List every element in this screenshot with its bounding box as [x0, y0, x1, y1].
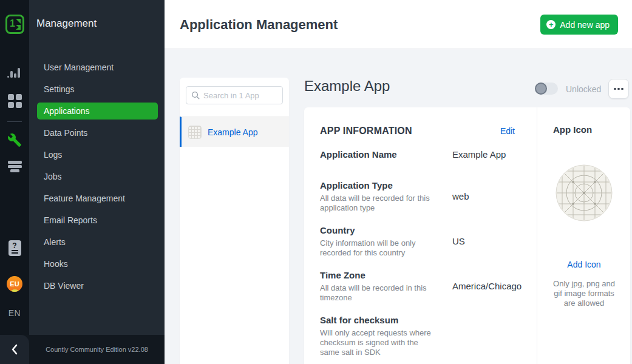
field-salt-for-checksum: Salt for checksum Will only accept reque… — [320, 315, 521, 357]
icon-format-hint: Only jpg, png and gif image formats are … — [550, 279, 618, 308]
sidebar-item-email-reports[interactable]: Email Reports — [29, 209, 165, 231]
app-search-box — [186, 86, 283, 104]
app-information-heading: APP INFORMATION — [320, 126, 412, 136]
field-label: Application Type — [320, 180, 521, 191]
sidebar-item-user-management[interactable]: User Management — [29, 56, 165, 78]
sidebar-item-applications[interactable]: Applications — [37, 103, 158, 120]
field-application-type: Application Type All data will be record… — [320, 180, 521, 213]
toggle-knob — [535, 83, 547, 95]
field-country: Country City information will be only re… — [320, 225, 521, 258]
sidebar-item-logs[interactable]: Logs — [29, 144, 165, 166]
chevron-left-icon — [10, 343, 19, 356]
field-value: US — [452, 236, 465, 246]
sidebar-title: Management — [36, 18, 97, 30]
more-options-icon — [614, 88, 616, 90]
user-avatar[interactable]: EU — [7, 276, 22, 292]
management-wrench-icon[interactable] — [0, 133, 29, 147]
field-label: Time Zone — [320, 270, 521, 281]
field-description: City information will be only recorded f… — [320, 238, 432, 258]
sidebar-item-alerts[interactable]: Alerts — [29, 231, 165, 253]
field-application-name: Application Name Example App — [320, 149, 521, 160]
sidebar-item-hooks[interactable]: Hooks — [29, 253, 165, 275]
app-detail-title: Example App — [304, 78, 390, 95]
sidebar-item-feature-management[interactable]: Feature Management — [29, 187, 165, 209]
edition-version-label: Countly Community Edition v22.08 — [29, 335, 165, 364]
app-list-panel: Example App — [180, 78, 289, 364]
avatar-initials: EU — [10, 280, 19, 288]
page-header: Application Management + Add new app — [165, 0, 632, 49]
app-information-section: APP INFORMATION Edit Application Name Ex… — [304, 107, 537, 364]
field-label: Country — [320, 225, 521, 236]
countly-logo-icon[interactable]: 1 — [5, 15, 24, 34]
field-description: All data will be recorded for this appli… — [320, 194, 432, 213]
data-manager-server-icon[interactable] — [0, 161, 29, 173]
main-content: Application Management + Add new app Exa… — [165, 0, 632, 364]
sidebar-item-data-points[interactable]: Data Points — [29, 122, 165, 144]
page-title: Application Management — [180, 17, 338, 33]
management-sidebar: Management User Management Settings Appl… — [29, 0, 165, 364]
app-list-item-label: Example App — [208, 127, 258, 137]
app-detail-card: APP INFORMATION Edit Application Name Ex… — [304, 107, 630, 364]
rail-divider — [7, 121, 22, 122]
field-description: Will only accept requests where checksum… — [320, 328, 432, 357]
language-selector[interactable]: EN — [0, 308, 29, 318]
add-icon-link[interactable]: Add Icon — [537, 260, 631, 269]
field-value: web — [452, 191, 469, 201]
more-options-button[interactable] — [608, 79, 629, 99]
help-center-icon[interactable]: ? — [0, 240, 29, 256]
field-description: All data will be recorded in this timezo… — [320, 283, 432, 303]
app-placeholder-icon — [188, 126, 202, 139]
search-icon — [191, 91, 200, 99]
sidebar-item-settings[interactable]: Settings — [29, 78, 165, 100]
field-time-zone: Time Zone All data will be recorded in t… — [320, 270, 521, 303]
countly-logo-glyph: 1 — [7, 16, 22, 32]
sidebar-item-jobs[interactable]: Jobs — [29, 166, 165, 187]
sidebar-menu: User Management Settings Applications Da… — [29, 56, 165, 297]
lock-toggle-label: Unlocked — [566, 84, 601, 94]
app-icon-heading: App Icon — [553, 124, 592, 135]
field-value: America/Chicago — [452, 281, 522, 291]
sidebar-item-db-viewer[interactable]: DB Viewer — [29, 275, 165, 297]
app-icon-placeholder — [556, 164, 613, 221]
analytics-bar-chart-icon[interactable] — [0, 67, 29, 78]
field-value: Example App — [452, 149, 506, 160]
add-new-app-button[interactable]: + Add new app — [540, 15, 618, 35]
app-icon-section: App Icon — [537, 107, 630, 364]
icon-rail: 1 — [0, 0, 29, 364]
lock-toggle[interactable] — [535, 83, 558, 95]
dashboards-grid-icon[interactable] — [0, 94, 29, 108]
search-input[interactable] — [203, 91, 273, 100]
edit-link[interactable]: Edit — [500, 126, 515, 136]
plus-circle-icon: + — [546, 20, 556, 29]
collapse-sidebar-button[interactable] — [0, 335, 29, 364]
field-label: Salt for checksum — [320, 315, 521, 326]
app-list-item-example-app[interactable]: Example App — [180, 116, 289, 147]
countly-management-screen: 1 — [0, 0, 632, 364]
add-new-app-label: Add new app — [560, 20, 610, 30]
sidebar-footer: Countly Community Edition v22.08 — [0, 335, 165, 364]
